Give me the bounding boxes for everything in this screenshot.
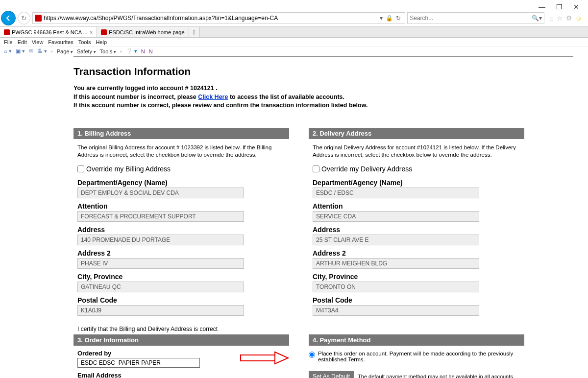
ordered-by-label: Ordered by bbox=[77, 350, 289, 357]
tab-label: ESDC/SC IntraWeb home page bbox=[109, 29, 184, 35]
billing-postal-value: K1A0J9 bbox=[77, 305, 244, 316]
refresh-button[interactable]: ↻ bbox=[18, 12, 30, 24]
print-icon[interactable]: 🖶 ▾ bbox=[37, 48, 47, 54]
address-bar-icons: ▾ 🔒 ↻ bbox=[378, 15, 403, 22]
search-input[interactable] bbox=[410, 15, 532, 22]
minimize-button[interactable]: — bbox=[539, 3, 545, 11]
tab-favicon-icon bbox=[101, 29, 107, 35]
dropdown-icon[interactable]: ▾ bbox=[380, 15, 383, 22]
billing-postal-label: Postal Code bbox=[77, 296, 289, 304]
billing-city-label: City, Province bbox=[77, 273, 289, 281]
delivery-postal-value: M4T3A4 bbox=[313, 305, 479, 316]
maximize-button[interactable]: ❐ bbox=[556, 3, 563, 11]
tab-pwgsc[interactable]: PWGSC 946636 East & NCA ... × bbox=[0, 27, 97, 37]
home-dropdown-icon[interactable]: ⌂ ▾ bbox=[4, 48, 12, 54]
delivery-header: 2. Delivery Address bbox=[309, 128, 524, 139]
tab-label: PWGSC 946636 East & NCA ... bbox=[12, 29, 88, 35]
pay-on-account-radio[interactable] bbox=[309, 352, 315, 358]
billing-city-value: GATINEAU QC bbox=[77, 282, 244, 292]
delivery-addr2-value: ARTHUR MEIGHEN BLDG bbox=[313, 258, 479, 269]
command-bar: ⌂ ▾ ▣ ▾ ✉ 🖶 ▾ • Page Safety Tools • ❔ ▾ … bbox=[0, 47, 588, 56]
gear-icon[interactable]: ⚙ bbox=[566, 14, 572, 22]
page-menu[interactable]: Page bbox=[57, 48, 73, 54]
billing-column: 1. Billing Address The original Billing … bbox=[74, 128, 289, 318]
tab-favicon-icon bbox=[4, 29, 10, 35]
order-column: 3. Order Information Ordered by Email Ad… bbox=[74, 334, 289, 378]
payment-header: 4. Payment Method bbox=[309, 334, 524, 346]
new-tab-button[interactable]: ▯ bbox=[189, 27, 200, 37]
delivery-city-label: City, Province bbox=[313, 273, 524, 281]
tab-strip: PWGSC 946636 East & NCA ... × ESDC/SC In… bbox=[0, 27, 588, 38]
address-bar[interactable]: ▾ 🔒 ↻ bbox=[32, 12, 405, 24]
delivery-dept-value: ESDC / EDSC bbox=[313, 188, 479, 198]
click-here-link[interactable]: Click Here bbox=[198, 94, 228, 100]
intro-text: . bbox=[214, 85, 218, 92]
set-default-button[interactable]: Set As Default bbox=[309, 371, 354, 378]
onenote-linked-icon[interactable]: N bbox=[149, 48, 153, 54]
intro-text: If this account number is correct, pleas… bbox=[74, 102, 368, 109]
billing-dept-value: DEPT EMPLOY & SOCIAL DEV CDA bbox=[77, 188, 244, 198]
delivery-attn-value: SERVICE CDA bbox=[313, 211, 479, 222]
billing-note: The original Billing Address for account… bbox=[77, 144, 289, 159]
intro-block: You are currently logged into account # … bbox=[74, 84, 573, 110]
override-delivery-checkbox[interactable] bbox=[313, 165, 319, 172]
tools-menu[interactable]: Tools bbox=[100, 48, 116, 54]
intro-text: to access the list of available accounts… bbox=[228, 94, 344, 100]
intro-text: You are currently logged into account # bbox=[74, 85, 190, 92]
billing-attn-value: FORECAST & PROCUREMENT SUPPORT bbox=[77, 211, 244, 222]
pay-on-account-label: Place this order on account. Payment wil… bbox=[318, 351, 524, 362]
onenote-icon[interactable]: N bbox=[141, 48, 145, 54]
close-tab-icon[interactable]: × bbox=[90, 29, 93, 35]
menu-bar: File Edit View Favourites Tools Help bbox=[0, 38, 588, 47]
billing-addr2-label: Address 2 bbox=[77, 249, 289, 257]
certify-text: I certify that the Billing and Delivery … bbox=[77, 326, 573, 332]
feeds-icon[interactable]: ▣ ▾ bbox=[16, 48, 25, 54]
new-tab-icon: ▯ bbox=[193, 29, 196, 35]
delivery-column: 2. Delivery Address The original Deliver… bbox=[309, 128, 524, 318]
delivery-addr-label: Address bbox=[313, 226, 524, 234]
search-icon[interactable]: 🔍 bbox=[532, 15, 539, 22]
billing-addr2-value: PHASE IV bbox=[77, 258, 244, 269]
feedback-icon[interactable]: ☺ bbox=[575, 14, 582, 22]
refresh-icon[interactable]: ↻ bbox=[396, 15, 401, 22]
delivery-addr2-label: Address 2 bbox=[313, 249, 524, 257]
safety-menu[interactable]: Safety bbox=[77, 48, 96, 54]
delivery-note: The original Delivery Address for accoun… bbox=[313, 144, 524, 159]
tab-esdc[interactable]: ESDC/SC IntraWeb home page bbox=[97, 27, 189, 37]
close-window-button[interactable]: ✕ bbox=[573, 3, 579, 11]
menu-help[interactable]: Help bbox=[96, 39, 107, 45]
browser-nav-bar: ↻ ▾ 🔒 ↻ 🔍 ▾ ⌂ ☆ ⚙ ☺ bbox=[0, 0, 588, 27]
ordered-by-input[interactable] bbox=[77, 358, 200, 368]
divider bbox=[74, 56, 573, 57]
page-title: Transaction Information bbox=[74, 66, 573, 77]
home-icon[interactable]: ⌂ bbox=[549, 14, 553, 22]
menu-favourites[interactable]: Favourites bbox=[48, 39, 73, 45]
menu-file[interactable]: File bbox=[4, 39, 13, 45]
mail-icon[interactable]: ✉ bbox=[29, 48, 33, 54]
billing-dept-label: Department/Agency (Name) bbox=[77, 179, 289, 187]
page-viewport[interactable]: Transaction Information You are currentl… bbox=[0, 55, 588, 378]
back-button[interactable] bbox=[1, 11, 16, 25]
override-billing-label: Override my Billing Address bbox=[86, 165, 171, 173]
menu-tools[interactable]: Tools bbox=[78, 39, 91, 45]
search-box[interactable]: 🔍 ▾ bbox=[407, 12, 544, 24]
url-input[interactable] bbox=[44, 15, 378, 22]
intro-text: If this account number is incorrect, ple… bbox=[74, 94, 198, 100]
help-icon[interactable]: ❔ ▾ bbox=[126, 48, 137, 54]
delivery-dept-label: Department/Agency (Name) bbox=[313, 179, 524, 187]
delivery-city-value: TORONTO ON bbox=[313, 282, 479, 292]
menu-edit[interactable]: Edit bbox=[18, 39, 27, 45]
billing-header: 1. Billing Address bbox=[74, 128, 289, 139]
search-dropdown-icon[interactable]: ▾ bbox=[539, 15, 542, 22]
override-billing-checkbox[interactable] bbox=[77, 165, 84, 172]
delivery-attn-label: Attention bbox=[313, 202, 524, 210]
site-favicon-icon bbox=[35, 15, 42, 22]
billing-addr-value: 140 PROMENADE DU PORTAGE bbox=[77, 235, 244, 245]
override-delivery-label: Override my Delivery Address bbox=[321, 165, 412, 173]
menu-view[interactable]: View bbox=[32, 39, 44, 45]
intro-account-number: 1024121 bbox=[190, 85, 214, 92]
payment-column: 4. Payment Method Place this order on ac… bbox=[309, 334, 524, 378]
billing-addr-label: Address bbox=[77, 226, 289, 234]
favorites-icon[interactable]: ☆ bbox=[557, 14, 563, 22]
delivery-postal-label: Postal Code bbox=[313, 296, 524, 304]
